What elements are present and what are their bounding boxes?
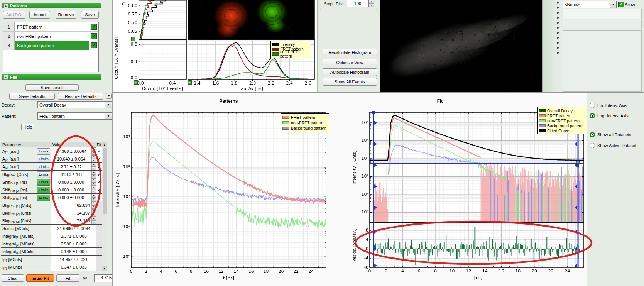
radio-lin-intens-axis[interactable] [590,103,595,108]
limits-button[interactable]: Limits [37,156,50,162]
optimize-view-button[interactable]: Optimize View [323,59,377,66]
limits-button[interactable]: Limits [37,179,50,186]
clear-button[interactable]: Clear [2,274,24,282]
fit-checkbox[interactable] [96,232,102,240]
expander-arrow-icon[interactable]: ▶ [557,21,559,24]
stepper-down-icon[interactable]: ▼ [91,205,96,209]
fit-checkbox[interactable]: ✓ [96,155,102,162]
stepper-up-icon[interactable]: ▲ [91,147,96,151]
limits-button[interactable]: Limits [37,148,50,155]
limits-button[interactable]: Limits [37,195,50,201]
chevron-down-icon[interactable]: ▼ [610,1,616,8]
limits-button[interactable]: Limits [37,171,50,178]
parameter-value[interactable]: 3.371 ± 0.000 [51,232,96,240]
chevron-down-icon[interactable]: ▼ [105,113,112,119]
value-stepper[interactable]: ▲▼ [91,201,96,209]
stepper-up-icon[interactable]: ▲ [91,194,96,198]
limits-button[interactable]: Limits [37,164,50,170]
patterns-section-header[interactable]: ▲ Patterns [2,3,101,8]
help-button[interactable]: Help [21,124,34,130]
expander-arrow-icon[interactable]: ▶ [557,16,559,19]
value-stepper[interactable]: ▲▼ [91,186,96,193]
pattern-checkbox[interactable]: ✓ [91,42,97,48]
stepper-up-icon[interactable]: ▲ [91,186,96,190]
expander-arrow-icon[interactable]: ▶ [557,6,559,9]
fit-button[interactable]: Fit [56,274,79,282]
stepper-down-icon[interactable]: ▼ [369,3,374,7]
parameter-value[interactable]: 813.0 ± 1.8 [51,171,91,178]
scroll-down-icon[interactable]: ▼ [102,266,107,271]
fit-checkbox[interactable] [96,225,102,232]
pattern-list-row[interactable]: 1FRET pattern✓ [3,22,98,32]
save-defaults-button[interactable]: Save Defaults [9,93,55,100]
expander-arrow-icon[interactable]: ▶ [557,31,559,34]
fit-checkbox[interactable] [96,240,102,247]
expander-arrow-icon[interactable]: ▶ [557,11,559,14]
fit-checkbox[interactable] [96,256,102,263]
value-stepper[interactable]: ▲▼ [91,163,96,170]
value-stepper[interactable]: ▲▼ [91,155,96,162]
scroll-up-icon[interactable]: ▲ [102,142,107,147]
pattern-name[interactable]: Background pattern [15,41,89,50]
limits-button[interactable]: Limits [37,187,50,193]
panel-dropdown-button[interactable]: ▼ [106,93,112,99]
fit-checkbox[interactable]: ✓ [96,194,102,201]
dataset-dropdown[interactable]: <None> ▼ [563,1,617,8]
stepper-up-icon[interactable]: ▲ [91,163,96,167]
radio-label[interactable]: Lin. Intens. Axis [597,103,627,108]
stepper-down-icon[interactable]: ▼ [91,151,96,155]
value-stepper[interactable]: ▲▼ [91,217,96,224]
parameter-value[interactable]: 0.596 ± 0.000 [51,240,96,247]
fit-checkbox[interactable] [96,209,102,217]
value-stepper[interactable]: ▲▼ [91,147,96,155]
expander-arrow-icon[interactable]: ▶ [557,41,559,44]
parameter-value[interactable]: 62.634 [51,201,91,209]
pattern-dropdown[interactable]: FRET pattern ▼ [37,112,112,120]
parameter-value[interactable]: 2.71 ± 0.22 [51,163,91,170]
restore-defaults-button[interactable]: Restore Defaults [58,93,103,100]
radio-show-active-dataset[interactable] [590,143,595,148]
pattern-checkbox[interactable]: ✓ [91,24,97,30]
active-checkbox[interactable]: ✓ [618,2,624,7]
expander-arrow-icon[interactable]: ▶ [557,46,559,49]
fit-checkbox[interactable]: ✓ [96,163,102,170]
expander-arrow-icon[interactable]: ▶ [557,26,559,29]
stepper-up-icon[interactable]: ▲ [369,0,374,3]
value-stepper[interactable]: ▲▼ [91,171,96,178]
parameter-value[interactable]: 6.347 ± 0.038 [51,263,96,271]
stepper-down-icon[interactable]: ▼ [91,159,96,163]
radio-label[interactable]: Show all Datasets [597,132,631,137]
horizontal-splitter[interactable] [112,92,644,93]
stepper-down-icon[interactable]: ▼ [91,182,96,186]
collapse-up-icon[interactable]: ▲ [3,75,8,80]
pattern-list-row[interactable]: 2non-FRET pattern✓ [3,32,98,41]
fit-checkbox[interactable]: ✓ [96,186,102,193]
parameter-value[interactable]: 4.4368 ± 0.0064 [51,147,91,155]
chevron-down-icon[interactable]: ▼ [105,102,112,108]
collapse-up-icon[interactable]: ▲ [3,3,8,8]
stepper-up-icon[interactable]: ▲ [91,171,96,174]
stepper-up-icon[interactable]: ▲ [91,201,96,205]
fit-checkbox[interactable]: ✓ [96,178,102,186]
stepper-down-icon[interactable]: ▼ [91,221,96,225]
parameter-value[interactable]: 73.180 [51,217,91,224]
stepper-down-icon[interactable]: ▼ [91,174,96,178]
file-section-header[interactable]: ▲ File [2,74,101,80]
axis-handle[interactable]: − [131,37,135,41]
fit-checkbox[interactable] [96,217,102,224]
stepper-down-icon[interactable]: ▼ [91,213,96,217]
pattern-checkbox[interactable]: ✓ [91,33,97,39]
fit-checkbox[interactable] [96,201,102,209]
value-stepper[interactable]: ▲▼ [91,178,96,186]
sample-points-stepper[interactable]: ▲ ▼ [369,0,374,7]
sample-points-input[interactable]: 100 [347,0,369,7]
parameter-value[interactable]: 14.197 [51,209,91,217]
autoscale-histogram-button[interactable]: Autoscale Histogram [323,68,377,76]
parameter-value[interactable]: 0.000 ± 0.000 [51,178,91,186]
expander-arrow-icon[interactable]: ▶ [557,1,559,4]
pattern-list-row[interactable]: 3Background pattern✓ [3,41,98,50]
stepper-up-icon[interactable]: ▲ [91,178,96,182]
remove-button[interactable]: Remove [56,11,76,19]
expander-arrow-column[interactable]: ▶▶▶▶▶▶▶▶▶▶▶ [557,0,561,93]
recalculate-histogram-button[interactable]: Recalculate Histogram [323,49,377,56]
